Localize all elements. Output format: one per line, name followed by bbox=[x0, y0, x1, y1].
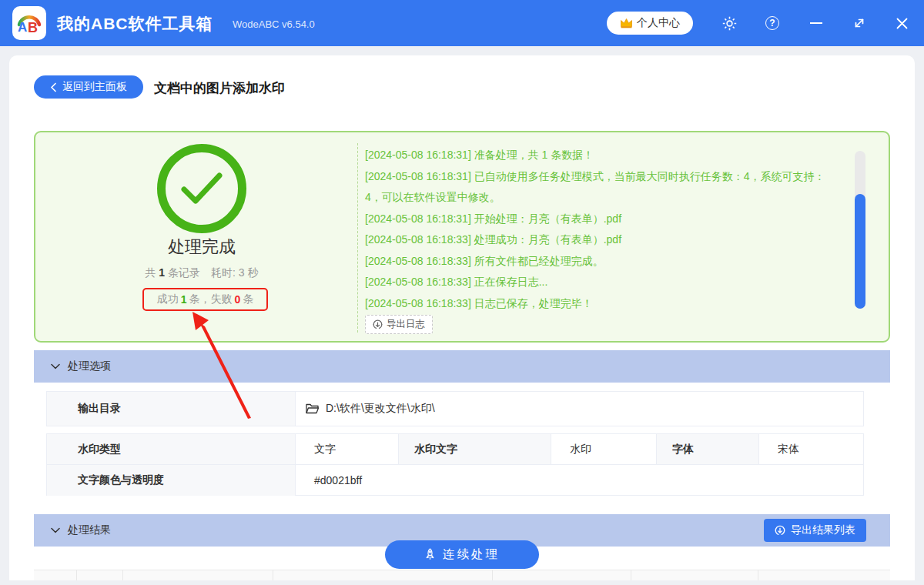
app-logo-icon: A B bbox=[12, 6, 46, 40]
log-line: [2024-05-08 16:18:33] 处理成功：月亮（有表单）.pdf bbox=[365, 229, 841, 251]
color-row: 文字颜色与透明度 #d0021bff bbox=[47, 465, 863, 496]
resize-icon bbox=[852, 16, 866, 30]
success-fail-summary: 成功1条，失败0条 bbox=[142, 288, 268, 311]
crown-icon bbox=[620, 18, 633, 28]
export-results-label: 导出结果列表 bbox=[791, 523, 855, 537]
results-col bbox=[631, 570, 758, 580]
help-button[interactable]: ? bbox=[764, 15, 781, 32]
success-circle-icon bbox=[157, 144, 246, 233]
results-col bbox=[758, 570, 890, 580]
export-results-button[interactable]: 导出结果列表 bbox=[764, 519, 866, 542]
stats-total-count: 1 bbox=[159, 266, 165, 279]
personal-center-button[interactable]: 个人中心 bbox=[607, 12, 693, 35]
app-title: 我的ABC软件工具箱 bbox=[57, 13, 213, 35]
result-summary-column: 处理完成 共 1 条记录 耗时: 3 秒 成功1条，失败0条 bbox=[35, 132, 368, 341]
minimize-icon bbox=[810, 22, 822, 24]
results-section-title: 处理结果 bbox=[68, 523, 111, 537]
download-icon bbox=[775, 525, 785, 536]
main-card: 返回到主面板 文档中的图片添加水印 处理完成 共 1 条记录 耗时: 3 秒 成… bbox=[9, 55, 915, 580]
results-col bbox=[77, 570, 123, 580]
output-directory-label: 输出目录 bbox=[47, 392, 296, 426]
log-line: [2024-05-08 16:18:31] 开始处理：月亮（有表单）.pdf bbox=[365, 209, 841, 230]
export-log-button[interactable]: 导出日志 bbox=[365, 315, 433, 334]
success-label: 成功 bbox=[157, 292, 179, 306]
output-directory-value: D:\软件\更改文件\水印\ bbox=[326, 402, 435, 416]
log-line: [2024-05-08 16:18:31] 准备处理，共 1 条数据！ bbox=[365, 145, 841, 166]
maximize-button[interactable] bbox=[851, 15, 868, 32]
close-button[interactable] bbox=[893, 15, 910, 32]
personal-center-label: 个人中心 bbox=[637, 16, 680, 30]
minimize-button[interactable] bbox=[808, 15, 825, 32]
log-scrollbar-thumb[interactable] bbox=[855, 194, 865, 309]
panel-divider bbox=[357, 143, 358, 333]
output-directory-value-cell: D:\软件\更改文件\水印\ bbox=[296, 392, 863, 426]
fail-count: 0 bbox=[233, 293, 243, 306]
font-value: 宋体 bbox=[759, 434, 863, 464]
output-directory-row: 输出目录 D:\软件\更改文件\水印\ bbox=[46, 391, 864, 426]
svg-text:B: B bbox=[28, 20, 38, 35]
export-log-label: 导出日志 bbox=[387, 318, 425, 331]
watermark-type-value: 文字 bbox=[296, 434, 399, 464]
results-col bbox=[34, 570, 77, 580]
results-col bbox=[273, 570, 493, 580]
log-line: [2024-05-08 16:18:33] 日志已保存，处理完毕！ bbox=[365, 293, 841, 315]
success-count: 1 bbox=[179, 293, 189, 306]
stats-prefix: 共 bbox=[145, 266, 159, 279]
options-table: 水印类型 文字 水印文字 水印 字体 宋体 文字颜色与透明度 #d0021bff bbox=[46, 433, 864, 496]
watermark-text-label: 水印文字 bbox=[399, 434, 551, 464]
help-icon: ? bbox=[765, 16, 779, 30]
chevron-left-icon bbox=[50, 82, 57, 92]
download-icon bbox=[373, 319, 383, 329]
chevron-down-icon bbox=[51, 363, 60, 369]
back-to-main-button[interactable]: 返回到主面板 bbox=[34, 75, 143, 99]
color-value: #d0021bff bbox=[296, 465, 863, 496]
log-line: [2024-05-08 16:18:31] 已自动使用多任务处理模式，当前最大同… bbox=[365, 166, 841, 209]
folder-icon bbox=[306, 403, 319, 414]
chevron-down-icon bbox=[51, 527, 60, 533]
fail-unit: 条 bbox=[243, 292, 253, 306]
back-button-label: 返回到主面板 bbox=[62, 80, 127, 94]
page-title: 文档中的图片添加水印 bbox=[154, 79, 285, 97]
log-line: [2024-05-08 16:18:33] 所有文件都已经处理完成。 bbox=[365, 251, 841, 272]
settings-button[interactable] bbox=[721, 15, 738, 32]
continue-processing-label: 连续处理 bbox=[443, 547, 500, 563]
log-scrollbar-track[interactable] bbox=[855, 151, 865, 309]
watermark-type-label: 水印类型 bbox=[47, 434, 296, 464]
results-col bbox=[493, 570, 631, 580]
gear-icon bbox=[721, 15, 738, 32]
results-col bbox=[123, 570, 273, 580]
app-window: A B 我的ABC软件工具箱 WodeABC v6.54.0 个人中心 bbox=[0, 0, 924, 585]
log-line: [2024-05-08 16:18:33] 正在保存日志... bbox=[365, 272, 841, 293]
watermark-type-row: 水印类型 文字 水印文字 水印 字体 宋体 bbox=[47, 434, 863, 465]
app-version: WodeABC v6.54.0 bbox=[233, 18, 315, 30]
continue-processing-button[interactable]: 连续处理 bbox=[385, 540, 539, 569]
stats-line: 共 1 条记录 耗时: 3 秒 bbox=[35, 266, 368, 280]
close-icon bbox=[896, 17, 909, 30]
stats-suffix: 条记录 耗时: 3 秒 bbox=[165, 266, 258, 279]
section-header-options[interactable]: 处理选项 bbox=[34, 350, 890, 383]
results-table-header bbox=[34, 570, 890, 580]
font-label: 字体 bbox=[657, 434, 759, 464]
svg-text:A: A bbox=[18, 20, 27, 35]
title-bar: A B 我的ABC软件工具箱 WodeABC v6.54.0 个人中心 bbox=[0, 0, 924, 46]
rocket-icon bbox=[424, 548, 436, 561]
color-label: 文字颜色与透明度 bbox=[47, 465, 296, 496]
summary-middle: 条，失败 bbox=[189, 292, 233, 306]
watermark-text-value: 水印 bbox=[551, 434, 657, 464]
status-title: 处理完成 bbox=[35, 236, 368, 259]
options-section-title: 处理选项 bbox=[68, 359, 111, 373]
log-list: [2024-05-08 16:18:31] 准备处理，共 1 条数据！ [202… bbox=[365, 145, 841, 314]
result-panel: 处理完成 共 1 条记录 耗时: 3 秒 成功1条，失败0条 [2024-05-… bbox=[34, 131, 890, 343]
